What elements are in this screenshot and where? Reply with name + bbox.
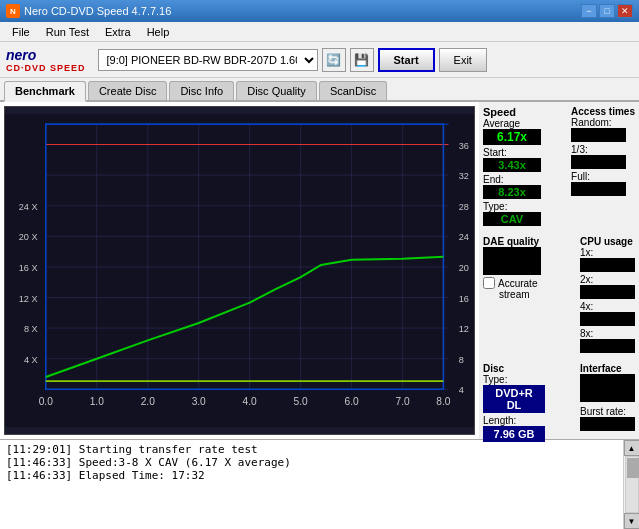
scroll-up-button[interactable]: ▲ [624, 440, 640, 456]
log-entry-1: [11:29:01] Starting transfer rate test [6, 443, 617, 456]
random-value [571, 128, 626, 142]
maximize-button[interactable]: □ [599, 4, 615, 18]
average-value: 6.17x [483, 129, 541, 145]
tab-benchmark[interactable]: Benchmark [4, 81, 86, 102]
svg-text:32: 32 [459, 171, 469, 181]
svg-text:16 X: 16 X [19, 263, 38, 273]
app-title: Nero CD-DVD Speed 4.7.7.16 [24, 5, 171, 17]
log-content: [11:29:01] Starting transfer rate test [… [0, 440, 623, 529]
start-button[interactable]: Start [378, 48, 435, 72]
disc-type-value: DVD+R DL [483, 385, 545, 413]
titlebar: N Nero CD-DVD Speed 4.7.7.16 − □ ✕ [0, 0, 639, 22]
start-value: 3.43x [483, 158, 541, 172]
chart-svg: 0.0 1.0 2.0 3.0 4.0 5.0 6.0 7.0 8.0 4 X … [5, 107, 474, 434]
save-button[interactable]: 💾 [350, 48, 374, 72]
disc-label: Disc [483, 363, 545, 374]
svg-text:4 X: 4 X [24, 355, 38, 365]
tab-scandisc[interactable]: ScanDisc [319, 81, 387, 100]
dae-cpu-row: DAE quality Accurate stream CPU usage 1x… [483, 236, 635, 353]
svg-text:6.0: 6.0 [345, 396, 359, 407]
svg-text:7.0: 7.0 [396, 396, 410, 407]
end-label: End: [483, 174, 541, 185]
burst-value [580, 417, 635, 431]
cpu-8x-value [580, 339, 635, 353]
cpu-8x-label: 8x: [580, 328, 635, 339]
full-label: Full: [571, 171, 635, 182]
log-entry-2: [11:46:33] Speed:3-8 X CAV (6.17 X avera… [6, 456, 617, 469]
svg-text:24 X: 24 X [19, 202, 38, 212]
close-button[interactable]: ✕ [617, 4, 633, 18]
svg-text:3.0: 3.0 [192, 396, 206, 407]
exit-button[interactable]: Exit [439, 48, 487, 72]
svg-text:12 X: 12 X [19, 294, 38, 304]
toolbar: nero CD·DVD SPEED [9:0] PIONEER BD-RW BD… [0, 42, 639, 78]
dae-section: DAE quality Accurate stream [483, 236, 541, 300]
accurate-stream-checkbox[interactable] [483, 277, 495, 289]
menubar: File Run Test Extra Help [0, 22, 639, 42]
svg-text:8.0: 8.0 [436, 396, 450, 407]
accurate-label: Accurate [498, 278, 537, 289]
disc-section: Disc Type: DVD+R DL Length: 7.96 GB [483, 363, 545, 442]
svg-text:4.0: 4.0 [243, 396, 257, 407]
cpu-1x-label: 1x: [580, 247, 635, 258]
access-label: Access times [571, 106, 635, 117]
log-scrollbar: ▲ ▼ [623, 440, 639, 529]
one-third-value [571, 155, 626, 169]
menu-help[interactable]: Help [139, 24, 178, 40]
svg-text:5.0: 5.0 [294, 396, 308, 407]
tab-create-disc[interactable]: Create Disc [88, 81, 167, 100]
type-value: CAV [483, 212, 541, 226]
tab-disc-info[interactable]: Disc Info [169, 81, 234, 100]
main-content: 0.0 1.0 2.0 3.0 4.0 5.0 6.0 7.0 8.0 4 X … [0, 102, 639, 439]
scroll-thumb[interactable] [627, 458, 639, 478]
drive-select[interactable]: [9:0] PIONEER BD-RW BDR-207D 1.60 [98, 49, 318, 71]
cpu-4x-value [580, 312, 635, 326]
nero-logo-bottom: CD·DVD SPEED [6, 63, 86, 73]
menu-extra[interactable]: Extra [97, 24, 139, 40]
svg-rect-0 [5, 114, 474, 427]
end-value: 8.23x [483, 185, 541, 199]
burst-label: Burst rate: [580, 406, 635, 417]
svg-text:8: 8 [459, 355, 464, 365]
start-label: Start: [483, 147, 541, 158]
refresh-button[interactable]: 🔄 [322, 48, 346, 72]
scroll-track [625, 456, 639, 513]
menu-file[interactable]: File [4, 24, 38, 40]
interface-section: Interface Burst rate: [580, 363, 635, 431]
disc-interface-row: Disc Type: DVD+R DL Length: 7.96 GB Inte… [483, 363, 635, 442]
svg-text:0.0: 0.0 [39, 396, 53, 407]
access-section: Access times Random: 1/3: Full: [571, 106, 635, 196]
app-icon: N [6, 4, 20, 18]
speed-label: Speed [483, 106, 541, 118]
minimize-button[interactable]: − [581, 4, 597, 18]
svg-text:24: 24 [459, 232, 469, 242]
log-entry-3: [11:46:33] Elapsed Time: 17:32 [6, 469, 617, 482]
disc-length-label: Length: [483, 415, 545, 426]
tab-disc-quality[interactable]: Disc Quality [236, 81, 317, 100]
svg-text:20 X: 20 X [19, 232, 38, 242]
cpu-1x-value [580, 258, 635, 272]
svg-text:1.0: 1.0 [90, 396, 104, 407]
scroll-down-button[interactable]: ▼ [624, 513, 640, 529]
cpu-label: CPU usage [580, 236, 635, 247]
svg-text:2.0: 2.0 [141, 396, 155, 407]
dae-label: DAE quality [483, 236, 541, 247]
stream-label: stream [499, 289, 541, 300]
svg-text:16: 16 [459, 294, 469, 304]
speed-section: Speed Average 6.17x Start: 3.43x End: 8.… [483, 106, 541, 226]
one-third-label: 1/3: [571, 144, 635, 155]
interface-label: Interface [580, 363, 635, 374]
dae-value [483, 247, 541, 275]
log-area: [11:29:01] Starting transfer rate test [… [0, 439, 639, 529]
tabs-bar: Benchmark Create Disc Disc Info Disc Qua… [0, 78, 639, 102]
interface-value [580, 374, 635, 402]
cpu-section: CPU usage 1x: 2x: 4x: 8x: [580, 236, 635, 353]
average-label: Average [483, 118, 541, 129]
menu-run-test[interactable]: Run Test [38, 24, 97, 40]
disc-type-label: Type: [483, 374, 545, 385]
type-label: Type: [483, 201, 541, 212]
svg-text:8 X: 8 X [24, 324, 38, 334]
cpu-2x-label: 2x: [580, 274, 635, 285]
full-value [571, 182, 626, 196]
nero-logo-top: nero [6, 47, 36, 63]
